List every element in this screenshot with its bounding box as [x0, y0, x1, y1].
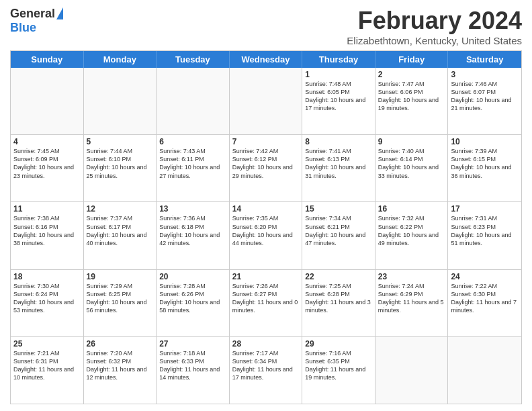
day-number: 28 — [232, 339, 300, 349]
day-number: 4 — [13, 137, 81, 146]
cell-info: Sunrise: 7:17 AM Sunset: 6:34 PM Dayligh… — [232, 349, 300, 382]
calendar-cell: 27Sunrise: 7:18 AM Sunset: 6:33 PM Dayli… — [157, 337, 230, 404]
calendar-cell: 15Sunrise: 7:34 AM Sunset: 6:21 PM Dayli… — [302, 202, 375, 269]
calendar-cell: 2Sunrise: 7:47 AM Sunset: 6:06 PM Daylig… — [375, 68, 449, 134]
calendar-cell: 26Sunrise: 7:20 AM Sunset: 6:32 PM Dayli… — [84, 337, 157, 404]
cell-info: Sunrise: 7:46 AM Sunset: 6:07 PM Dayligh… — [451, 80, 519, 113]
cell-info: Sunrise: 7:32 AM Sunset: 6:22 PM Dayligh… — [378, 214, 445, 247]
calendar-cell: 14Sunrise: 7:35 AM Sunset: 6:20 PM Dayli… — [230, 202, 303, 269]
calendar-cell: 13Sunrise: 7:36 AM Sunset: 6:18 PM Dayli… — [157, 202, 230, 269]
calendar-cell: 29Sunrise: 7:16 AM Sunset: 6:35 PM Dayli… — [302, 337, 375, 404]
calendar-cell: 25Sunrise: 7:21 AM Sunset: 6:31 PM Dayli… — [11, 337, 84, 404]
day-number: 29 — [305, 339, 372, 349]
calendar-cell: 12Sunrise: 7:37 AM Sunset: 6:17 PM Dayli… — [84, 202, 157, 269]
day-number: 21 — [232, 272, 300, 281]
cell-info: Sunrise: 7:31 AM Sunset: 6:23 PM Dayligh… — [451, 214, 519, 247]
calendar-cell: 28Sunrise: 7:17 AM Sunset: 6:34 PM Dayli… — [230, 337, 303, 404]
cell-info: Sunrise: 7:34 AM Sunset: 6:21 PM Dayligh… — [305, 214, 372, 247]
calendar-header-cell: Wednesday — [230, 51, 303, 68]
calendar-cell — [11, 68, 84, 134]
calendar-row: 18Sunrise: 7:30 AM Sunset: 6:24 PM Dayli… — [11, 270, 521, 337]
calendar-cell: 18Sunrise: 7:30 AM Sunset: 6:24 PM Dayli… — [11, 270, 84, 336]
calendar-cell: 7Sunrise: 7:42 AM Sunset: 6:12 PM Daylig… — [230, 135, 303, 201]
day-number: 11 — [13, 204, 81, 214]
day-number: 25 — [13, 339, 81, 349]
cell-info: Sunrise: 7:42 AM Sunset: 6:12 PM Dayligh… — [232, 147, 300, 180]
calendar-header-cell: Sunday — [11, 51, 84, 68]
day-number: 8 — [305, 137, 372, 146]
cell-info: Sunrise: 7:40 AM Sunset: 6:14 PM Dayligh… — [378, 147, 445, 180]
cell-info: Sunrise: 7:21 AM Sunset: 6:31 PM Dayligh… — [13, 349, 81, 382]
day-number: 16 — [378, 204, 445, 214]
logo: General Blue — [10, 7, 63, 35]
calendar: SundayMondayTuesdayWednesdayThursdayFrid… — [10, 50, 522, 404]
cell-info: Sunrise: 7:45 AM Sunset: 6:09 PM Dayligh… — [13, 147, 81, 180]
cell-info: Sunrise: 7:24 AM Sunset: 6:29 PM Dayligh… — [378, 282, 445, 315]
cell-info: Sunrise: 7:44 AM Sunset: 6:10 PM Dayligh… — [87, 147, 154, 180]
calendar-cell: 1Sunrise: 7:48 AM Sunset: 6:05 PM Daylig… — [302, 68, 375, 134]
day-number: 7 — [232, 137, 300, 146]
calendar-row: 11Sunrise: 7:38 AM Sunset: 6:16 PM Dayli… — [11, 202, 521, 269]
calendar-cell: 20Sunrise: 7:28 AM Sunset: 6:26 PM Dayli… — [157, 270, 230, 336]
cell-info: Sunrise: 7:36 AM Sunset: 6:18 PM Dayligh… — [159, 214, 226, 247]
day-number: 18 — [13, 272, 81, 281]
calendar-cell: 8Sunrise: 7:41 AM Sunset: 6:13 PM Daylig… — [302, 135, 375, 201]
day-number: 20 — [159, 272, 226, 281]
calendar-row: 25Sunrise: 7:21 AM Sunset: 6:31 PM Dayli… — [11, 337, 521, 404]
calendar-header-cell: Friday — [375, 51, 449, 68]
cell-info: Sunrise: 7:41 AM Sunset: 6:13 PM Dayligh… — [305, 147, 372, 180]
cell-info: Sunrise: 7:25 AM Sunset: 6:28 PM Dayligh… — [305, 282, 372, 315]
calendar-cell — [157, 68, 230, 134]
cell-info: Sunrise: 7:35 AM Sunset: 6:20 PM Dayligh… — [232, 214, 300, 247]
day-number: 1 — [305, 70, 372, 79]
calendar-row: 4Sunrise: 7:45 AM Sunset: 6:09 PM Daylig… — [11, 135, 521, 202]
cell-info: Sunrise: 7:39 AM Sunset: 6:15 PM Dayligh… — [451, 147, 519, 180]
day-number: 15 — [305, 204, 372, 214]
day-number: 26 — [87, 339, 154, 349]
cell-info: Sunrise: 7:48 AM Sunset: 6:05 PM Dayligh… — [305, 80, 372, 113]
calendar-cell: 4Sunrise: 7:45 AM Sunset: 6:09 PM Daylig… — [11, 135, 84, 201]
day-number: 13 — [159, 204, 226, 214]
calendar-cell: 6Sunrise: 7:43 AM Sunset: 6:11 PM Daylig… — [157, 135, 230, 201]
main-title: February 2024 — [347, 7, 522, 35]
day-number: 9 — [378, 137, 445, 146]
logo-general: General — [10, 7, 55, 21]
calendar-cell — [84, 68, 157, 134]
calendar-cell: 24Sunrise: 7:22 AM Sunset: 6:30 PM Dayli… — [448, 270, 521, 336]
day-number: 22 — [305, 272, 372, 281]
cell-info: Sunrise: 7:22 AM Sunset: 6:30 PM Dayligh… — [451, 282, 519, 315]
cell-info: Sunrise: 7:28 AM Sunset: 6:26 PM Dayligh… — [159, 282, 226, 315]
calendar-cell: 5Sunrise: 7:44 AM Sunset: 6:10 PM Daylig… — [84, 135, 157, 201]
day-number: 14 — [232, 204, 300, 214]
header: General Blue February 2024 Elizabethtown… — [10, 7, 522, 46]
cell-info: Sunrise: 7:47 AM Sunset: 6:06 PM Dayligh… — [378, 80, 445, 113]
day-number: 27 — [159, 339, 226, 349]
day-number: 19 — [87, 272, 154, 281]
day-number: 2 — [378, 70, 445, 79]
calendar-cell: 22Sunrise: 7:25 AM Sunset: 6:28 PM Dayli… — [302, 270, 375, 336]
cell-info: Sunrise: 7:16 AM Sunset: 6:35 PM Dayligh… — [305, 349, 372, 382]
day-number: 5 — [87, 137, 154, 146]
calendar-cell — [448, 337, 521, 404]
calendar-cell: 10Sunrise: 7:39 AM Sunset: 6:15 PM Dayli… — [448, 135, 521, 201]
day-number: 17 — [451, 204, 519, 214]
calendar-cell — [375, 337, 449, 404]
calendar-row: 1Sunrise: 7:48 AM Sunset: 6:05 PM Daylig… — [11, 68, 521, 135]
calendar-cell: 17Sunrise: 7:31 AM Sunset: 6:23 PM Dayli… — [448, 202, 521, 269]
calendar-header-cell: Monday — [84, 51, 157, 68]
calendar-cell: 3Sunrise: 7:46 AM Sunset: 6:07 PM Daylig… — [448, 68, 521, 134]
calendar-header-cell: Saturday — [448, 51, 521, 68]
cell-info: Sunrise: 7:43 AM Sunset: 6:11 PM Dayligh… — [159, 147, 226, 180]
page: General Blue February 2024 Elizabethtown… — [0, 0, 532, 411]
cell-info: Sunrise: 7:18 AM Sunset: 6:33 PM Dayligh… — [159, 349, 226, 382]
title-block: February 2024 Elizabethtown, Kentucky, U… — [347, 7, 522, 46]
calendar-cell: 21Sunrise: 7:26 AM Sunset: 6:27 PM Dayli… — [230, 270, 303, 336]
day-number: 23 — [378, 272, 445, 281]
calendar-header-cell: Tuesday — [157, 51, 230, 68]
cell-info: Sunrise: 7:20 AM Sunset: 6:32 PM Dayligh… — [87, 349, 154, 382]
logo-triangle-icon — [56, 7, 63, 19]
calendar-cell: 11Sunrise: 7:38 AM Sunset: 6:16 PM Dayli… — [11, 202, 84, 269]
cell-info: Sunrise: 7:30 AM Sunset: 6:24 PM Dayligh… — [13, 282, 81, 315]
subtitle: Elizabethtown, Kentucky, United States — [347, 35, 522, 46]
day-number: 10 — [451, 137, 519, 146]
